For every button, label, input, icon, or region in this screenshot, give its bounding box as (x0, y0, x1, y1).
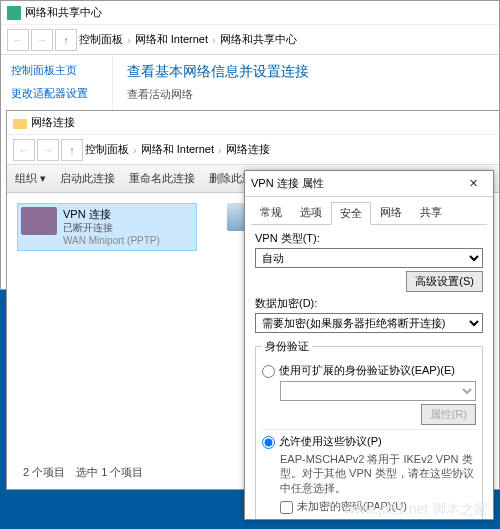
tab-network[interactable]: 网络 (371, 201, 411, 224)
vpn-adapter-icon (21, 207, 57, 235)
sidebar-home[interactable]: 控制面板主页 (11, 63, 102, 78)
page-title: 查看基本网络信息并设置连接 (127, 63, 485, 81)
vpn-type-select[interactable]: 自动 (255, 248, 483, 268)
network-icon (7, 6, 21, 20)
window-title: 网络和共享中心 (25, 5, 102, 20)
vpn-type-label: VPN 类型(T): (255, 231, 483, 246)
folder-icon (13, 116, 27, 130)
encryption-select[interactable]: 需要加密(如果服务器拒绝将断开连接) (255, 313, 483, 333)
organize-menu[interactable]: 组织 ▾ (15, 171, 46, 186)
auth-legend: 身份验证 (262, 339, 312, 354)
vpn-properties-dialog: VPN 连接 属性 ✕ 常规 选项 安全 网络 共享 VPN 类型(T): 自动… (244, 170, 494, 520)
back-button[interactable]: ← (7, 29, 29, 51)
active-net-label: 查看活动网络 (127, 87, 485, 102)
forward-button[interactable]: → (37, 139, 59, 161)
allow-desc: EAP-MSCHAPv2 将用于 IKEv2 VPN 类型。对于其他 VPN 类… (280, 452, 476, 495)
encryption-label: 数据加密(D): (255, 296, 483, 311)
dialog-title: VPN 连接 属性 (251, 176, 324, 191)
allow-protocols-radio[interactable]: 允许使用这些协议(P) (262, 434, 476, 449)
titlebar: 网络和共享中心 (1, 1, 499, 25)
window-title: 网络连接 (31, 115, 75, 130)
start-connection[interactable]: 启动此连接 (60, 171, 115, 186)
breadcrumb[interactable]: 控制面板› 网络和 Internet› 网络和共享中心 (79, 32, 297, 47)
eap-radio[interactable]: 使用可扩展的身份验证协议(EAP)(E) (262, 363, 476, 378)
up-button[interactable]: ↑ (61, 139, 83, 161)
tabs: 常规 选项 安全 网络 共享 (251, 201, 487, 225)
svg-rect-1 (13, 119, 27, 129)
dialog-titlebar: VPN 连接 属性 ✕ (245, 171, 493, 197)
status-bar: 2 个项目 选中 1 个项目 (17, 462, 149, 483)
dialog-body: VPN 类型(T): 自动 高级设置(S) 数据加密(D): 需要加密(如果服务… (245, 225, 493, 519)
breadcrumb[interactable]: 控制面板› 网络和 Internet› 网络连接 (85, 142, 270, 157)
titlebar: 网络连接 (7, 111, 499, 135)
svg-rect-0 (7, 6, 21, 20)
up-button[interactable]: ↑ (55, 29, 77, 51)
watermark: www.jb51.net 脚本之家 (345, 501, 488, 519)
sidebar-adapter[interactable]: 更改适配器设置 (11, 86, 102, 101)
tab-options[interactable]: 选项 (291, 201, 331, 224)
tab-general[interactable]: 常规 (251, 201, 291, 224)
eap-select (280, 381, 476, 401)
auth-group: 身份验证 使用可扩展的身份验证协议(EAP)(E) 属性(R) 允许使用这些协议… (255, 339, 483, 519)
address-bar: ← → ↑ 控制面板› 网络和 Internet› 网络连接 (7, 135, 499, 165)
back-button[interactable]: ← (13, 139, 35, 161)
address-bar: ← → ↑ 控制面板› 网络和 Internet› 网络和共享中心 (1, 25, 499, 55)
tab-sharing[interactable]: 共享 (411, 201, 451, 224)
adapter-vpn[interactable]: VPN 连接 已断开连接 WAN Miniport (PPTP) (17, 203, 197, 251)
rename-connection[interactable]: 重命名此连接 (129, 171, 195, 186)
forward-button[interactable]: → (31, 29, 53, 51)
close-button[interactable]: ✕ (459, 174, 487, 194)
tab-security[interactable]: 安全 (331, 202, 371, 225)
advanced-settings-button[interactable]: 高级设置(S) (406, 271, 483, 292)
eap-properties-button: 属性(R) (421, 404, 476, 425)
